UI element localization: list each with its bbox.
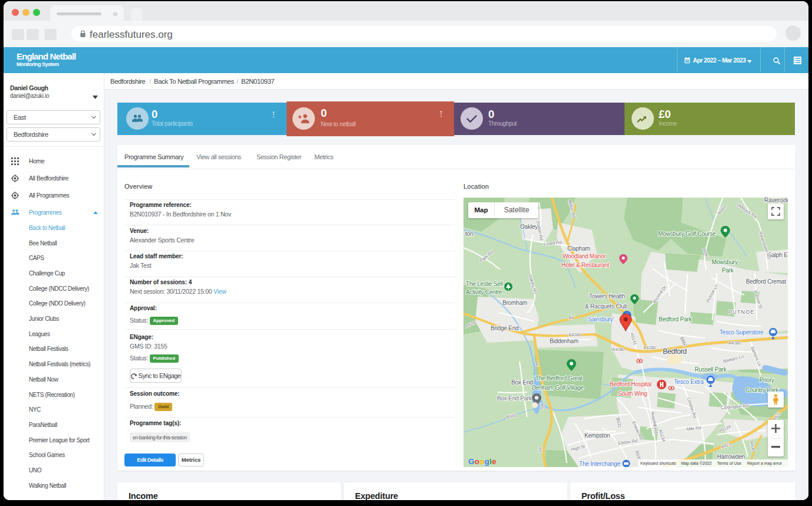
svg-text:Bedford Park: Bedford Park: [659, 316, 692, 323]
svg-text:Mowsbury: Mowsbury: [712, 259, 738, 265]
svg-text:A4280: A4280: [612, 347, 624, 352]
svg-text:A6: A6: [568, 315, 574, 320]
svg-text:Sainsbury': Sainsbury': [588, 316, 614, 323]
svg-text:South Wing: South Wing: [618, 390, 647, 397]
svg-text:Kempston: Kempston: [584, 432, 610, 439]
svg-text:& Racquets Club: & Racquets Club: [585, 303, 628, 310]
svg-text:A4280: A4280: [728, 340, 741, 346]
svg-text:Bromham: Bromham: [502, 300, 527, 306]
svg-text:Bridge End: Bridge End: [491, 325, 518, 331]
svg-text:A4280: A4280: [568, 332, 581, 337]
svg-text:Mowsbury Golf Course: Mowsbury Golf Course: [658, 231, 716, 237]
svg-text:Bedford: Bedford: [663, 347, 687, 356]
svg-text:Towers Health: Towers Health: [589, 293, 625, 300]
svg-text:Hotel & Restaurant: Hotel & Restaurant: [561, 262, 609, 268]
svg-text:A4280: A4280: [643, 345, 656, 350]
svg-text:A6: A6: [539, 403, 545, 409]
svg-text:Bedford Cremat: Bedford Cremat: [746, 278, 786, 285]
svg-text:Tesco Superstore: Tesco Superstore: [719, 329, 764, 336]
svg-text:Priory: Priory: [760, 377, 774, 383]
svg-text:A6: A6: [538, 447, 544, 453]
svg-text:ton: ton: [465, 231, 473, 237]
svg-text:Russell Park: Russell Park: [695, 366, 727, 373]
svg-text:Biddenham: Biddenham: [550, 338, 578, 344]
svg-text:Activity Centre: Activity Centre: [466, 289, 502, 295]
svg-text:Woodland Manor: Woodland Manor: [563, 253, 606, 259]
svg-text:PUTNOE: PUTNOE: [728, 309, 755, 315]
svg-text:The Bedford Great: The Bedford Great: [535, 375, 583, 382]
svg-text:Bedford Hospital: Bedford Hospital: [610, 381, 652, 387]
svg-text:Denham Golf Village: Denham Golf Village: [532, 385, 584, 391]
svg-text:Clapham: Clapham: [567, 245, 590, 252]
svg-text:Ravensden: Ravensden: [764, 198, 788, 203]
svg-text:Tesco Extra: Tesco Extra: [674, 379, 704, 385]
svg-text:Box End Park: Box End Park: [497, 395, 532, 402]
svg-text:Box End: Box End: [511, 379, 532, 386]
svg-text:Park: Park: [722, 267, 734, 274]
svg-text:Oakley: Oakley: [520, 224, 538, 230]
svg-text:The Interchange: The Interchange: [579, 461, 620, 467]
svg-text:The Leslie Sell: The Leslie Sell: [466, 281, 503, 287]
